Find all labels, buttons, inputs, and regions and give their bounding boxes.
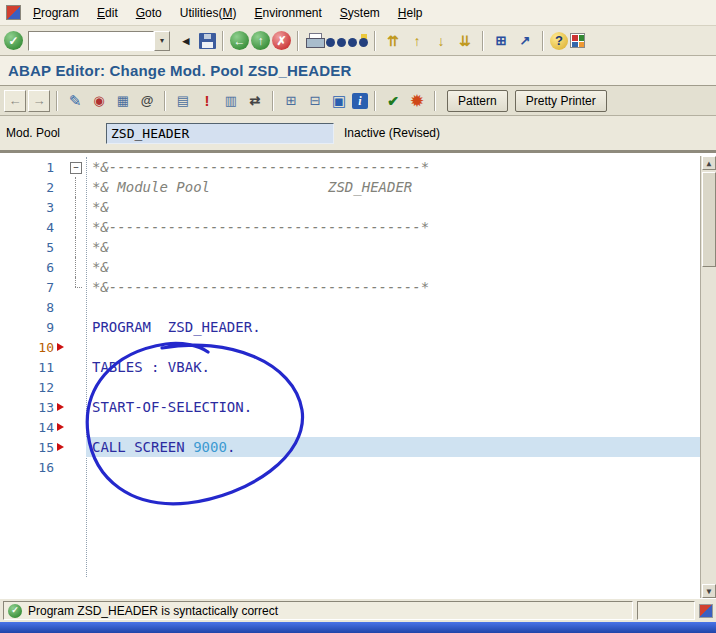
new-session-icon[interactable]: ⊞ bbox=[490, 30, 512, 52]
code-segment: *&-------------------------------------* bbox=[92, 279, 429, 295]
menu-item-goto[interactable]: Goto bbox=[128, 5, 170, 21]
back-icon[interactable]: ← bbox=[230, 31, 249, 50]
marker-gutter bbox=[54, 357, 68, 377]
documentation-icon[interactable]: i bbox=[352, 93, 368, 109]
status-message-field: ✓ Program ZSD_HEADER is syntactically co… bbox=[3, 601, 633, 620]
code-line-2[interactable]: 2*& Module Pool ZSD_HEADER bbox=[6, 177, 716, 197]
fold-start-icon[interactable] bbox=[68, 157, 84, 177]
marker-gutter bbox=[54, 177, 68, 197]
changed-line-marker bbox=[54, 337, 68, 357]
enter-icon[interactable]: ✓ bbox=[4, 31, 23, 50]
menu-item-environment[interactable]: Environment bbox=[246, 5, 329, 21]
code-text: CALL SCREEN 9000. bbox=[86, 437, 716, 457]
code-line-10[interactable]: 10 bbox=[6, 337, 716, 357]
copy-icon[interactable]: ▦ bbox=[112, 90, 134, 112]
fold-mid-icon bbox=[68, 237, 84, 257]
code-segment: TABLES : VBAK. bbox=[92, 359, 210, 375]
code-line-14[interactable]: 14 bbox=[6, 417, 716, 437]
insert-block-icon[interactable]: ▤ bbox=[172, 90, 194, 112]
scroll-down-icon[interactable]: ▼ bbox=[702, 584, 716, 598]
find-icon[interactable] bbox=[326, 34, 346, 48]
code-line-3[interactable]: 3*& bbox=[6, 197, 716, 217]
scroll-up-icon[interactable]: ▲ bbox=[702, 156, 716, 170]
display-change-icon[interactable]: ✎ bbox=[64, 90, 86, 112]
code-line-8[interactable]: 8 bbox=[6, 297, 716, 317]
marker-gutter bbox=[54, 377, 68, 397]
create-shortcut-icon[interactable]: ↗ bbox=[514, 30, 536, 52]
code-line-4[interactable]: 4*&-------------------------------------… bbox=[6, 217, 716, 237]
mod-pool-field[interactable] bbox=[106, 123, 334, 144]
previous-object-icon[interactable]: ← bbox=[4, 90, 26, 112]
code-text: *&-------------------------------------* bbox=[86, 217, 716, 237]
last-page-icon[interactable]: ⇊ bbox=[454, 30, 476, 52]
editor-scrollbar[interactable]: ▲ ▼ bbox=[700, 156, 716, 598]
marker-gutter bbox=[54, 157, 68, 177]
menu-item-system[interactable]: System bbox=[332, 5, 388, 21]
first-page-icon[interactable]: ⇈ bbox=[382, 30, 404, 52]
syntax-check-icon[interactable]: ✔ bbox=[382, 90, 404, 112]
fold-gutter bbox=[68, 457, 84, 477]
menu-item-utilitiesm[interactable]: Utilities(M) bbox=[172, 5, 245, 21]
code-line-16[interactable]: 16 bbox=[6, 457, 716, 477]
code-text: *& Module Pool ZSD_HEADER bbox=[86, 177, 716, 197]
pattern-button[interactable]: Pattern bbox=[447, 90, 508, 112]
code-line-1[interactable]: 1*&-------------------------------------… bbox=[6, 157, 716, 177]
toolbar-separator bbox=[482, 31, 484, 51]
code-line-15[interactable]: 15CALL SCREEN 9000. bbox=[6, 437, 716, 457]
find-next-icon[interactable] bbox=[348, 34, 368, 48]
command-history-icon[interactable]: ▾ bbox=[154, 31, 170, 51]
title-bar: ABAP Editor: Change Mod. Pool ZSD_HEADER bbox=[0, 56, 716, 86]
help-icon[interactable]: ? bbox=[550, 32, 568, 50]
customize-layout-icon[interactable] bbox=[570, 33, 585, 48]
status-right-icon[interactable] bbox=[699, 604, 713, 618]
code-line-12[interactable]: 12 bbox=[6, 377, 716, 397]
code-line-13[interactable]: 13START-OF-SELECTION. bbox=[6, 397, 716, 417]
save-icon[interactable] bbox=[199, 33, 216, 49]
application-toolbar-icons: ←→✎◉▦@▤!▥⇄⊞⊟▣i✔✹ bbox=[4, 90, 440, 112]
print-icon[interactable] bbox=[305, 33, 324, 49]
marker-gutter bbox=[54, 297, 68, 317]
menu-item-program[interactable]: Program bbox=[25, 5, 87, 21]
activate-icon[interactable]: ✹ bbox=[406, 90, 428, 112]
exit-icon[interactable]: ↑ bbox=[251, 31, 270, 50]
previous-page-icon[interactable]: ↑ bbox=[406, 30, 428, 52]
command-field[interactable] bbox=[28, 31, 154, 51]
changed-line-marker bbox=[54, 397, 68, 417]
menu-item-edit[interactable]: Edit bbox=[89, 5, 126, 21]
code-text: TABLES : VBAK. bbox=[86, 357, 716, 377]
toolbar-separator bbox=[434, 91, 436, 111]
navigation-icon[interactable]: ⊟ bbox=[304, 90, 326, 112]
code-line-5[interactable]: 5*& bbox=[6, 237, 716, 257]
runtime-analysis-icon[interactable]: @ bbox=[136, 90, 158, 112]
code-line-7[interactable]: 7*&-------------------------------------… bbox=[6, 277, 716, 297]
code-segment: START-OF-SELECTION. bbox=[92, 399, 252, 415]
cancel-icon[interactable]: ✗ bbox=[272, 31, 291, 50]
collapse-command-field-icon[interactable]: ◂ bbox=[175, 30, 197, 52]
screen-painter-icon[interactable]: ▣ bbox=[328, 90, 350, 112]
abap-code-editor[interactable]: 1*&-------------------------------------… bbox=[0, 150, 716, 598]
standard-toolbar: ✓ ▾ ◂←↑✗⇈↑↓⇊⊞↗? bbox=[0, 26, 716, 56]
code-line-6[interactable]: 6*& bbox=[6, 257, 716, 277]
next-page-icon[interactable]: ↓ bbox=[430, 30, 452, 52]
breakpoint-icon[interactable]: ! bbox=[196, 90, 218, 112]
other-object-icon[interactable]: ◉ bbox=[88, 90, 110, 112]
fold-gutter bbox=[68, 357, 84, 377]
toolbar-separator bbox=[374, 91, 376, 111]
code-segment: *& bbox=[92, 259, 109, 275]
fold-gutter bbox=[68, 337, 84, 357]
next-object-icon[interactable]: → bbox=[28, 90, 50, 112]
pattern-list-icon[interactable]: ▥ bbox=[220, 90, 242, 112]
toolbar-separator bbox=[222, 31, 224, 51]
mod-pool-label: Mod. Pool bbox=[6, 126, 106, 140]
line-number: 5 bbox=[6, 240, 54, 255]
compare-icon[interactable]: ⇄ bbox=[244, 90, 266, 112]
code-line-9[interactable]: 9PROGRAM ZSD_HEADER. bbox=[6, 317, 716, 337]
window-menu-icon[interactable] bbox=[6, 5, 21, 20]
object-list-icon[interactable]: ⊞ bbox=[280, 90, 302, 112]
pretty-printer-button[interactable]: Pretty Printer bbox=[515, 90, 607, 112]
scrollbar-thumb[interactable] bbox=[702, 172, 716, 267]
status-message: Program ZSD_HEADER is syntactically corr… bbox=[28, 604, 278, 618]
code-segment: *& bbox=[92, 199, 109, 215]
code-line-11[interactable]: 11TABLES : VBAK. bbox=[6, 357, 716, 377]
menu-item-help[interactable]: Help bbox=[390, 5, 431, 21]
